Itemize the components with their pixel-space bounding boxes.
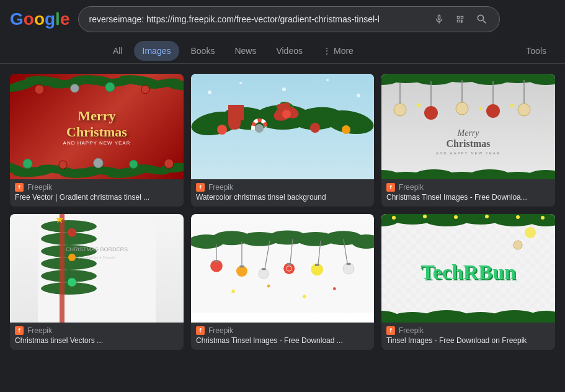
svg-rect-93 <box>381 74 555 179</box>
merry-christmas-gray-svg: ★ ★ ★ Merry Christmas AND HAPPY NEW YEAR <box>381 74 555 179</box>
svg-point-148 <box>525 227 536 238</box>
nav-videos[interactable]: Videos <box>267 41 311 61</box>
svg-point-136 <box>423 215 427 218</box>
freepik-icon-5: f <box>196 326 205 335</box>
caption-5: f Freepik Christmas Tinsel Images - Free… <box>191 323 374 350</box>
google-logo: Google <box>10 9 69 29</box>
image-column-1: MerryChristmas AND HAPPY NEW YEAR f Free… <box>10 74 184 350</box>
image-1: MerryChristmas AND HAPPY NEW YEAR <box>10 74 184 179</box>
svg-text:Merry: Merry <box>457 128 480 138</box>
caption-3: f Freepik Christmas Tinsel Images - Free… <box>381 179 555 207</box>
svg-point-135 <box>392 216 396 220</box>
svg-point-77 <box>259 269 269 278</box>
svg-point-110 <box>518 104 530 116</box>
svg-point-139 <box>516 215 520 219</box>
svg-point-57 <box>282 110 291 118</box>
source-2: f Freepik <box>196 183 369 192</box>
title-3: Christmas Tinsel Images - Free Downloa..… <box>386 193 550 202</box>
svg-point-34 <box>68 254 76 261</box>
search-input: reverseimage: https://img.freepik.com/fr… <box>89 14 427 24</box>
caption-2: f Freepik Watercolor christmas tinsel ba… <box>191 179 374 207</box>
nav-books[interactable]: Books <box>182 41 223 61</box>
svg-rect-75 <box>240 265 244 267</box>
image-card-2[interactable]: f Freepik Watercolor christmas tinsel ba… <box>191 74 374 207</box>
source-5: f Freepik <box>196 326 369 335</box>
title-5: Christmas Tinsel Images - Free Download … <box>196 336 369 345</box>
nav-images[interactable]: Images <box>134 41 180 61</box>
image-card-5[interactable]: f Freepik Christmas Tinsel Images - Free… <box>191 214 374 350</box>
freepik-icon-2: f <box>196 183 205 192</box>
svg-point-18 <box>105 82 115 92</box>
search-button[interactable] <box>474 12 489 27</box>
nav-news[interactable]: News <box>226 41 265 61</box>
image-5 <box>191 214 374 323</box>
image-card-3[interactable]: ★ ★ ★ Merry Christmas AND HAPPY NEW YEAR <box>381 74 555 207</box>
svg-point-40 <box>208 91 211 94</box>
header: Google reverseimage: https://img.freepik… <box>0 0 565 38</box>
svg-point-102 <box>394 104 406 116</box>
svg-text:★: ★ <box>478 105 483 112</box>
title-2: Watercolor christmas tinsel background <box>196 193 369 202</box>
svg-rect-88 <box>347 263 351 265</box>
svg-point-24 <box>164 159 174 168</box>
tinsel-download-svg <box>191 214 374 323</box>
svg-point-19 <box>141 86 149 94</box>
search-bar[interactable]: reverseimage: https://img.freepik.com/fr… <box>78 6 500 32</box>
svg-point-149 <box>514 241 522 249</box>
title-1: Free Vector | Gradient christmas tinsel … <box>15 193 179 202</box>
svg-text:TechRBun: TechRBun <box>420 261 516 283</box>
source-4: f Freepik <box>15 326 179 335</box>
svg-point-59 <box>255 124 264 133</box>
svg-rect-82 <box>287 263 291 265</box>
svg-point-22 <box>94 158 103 167</box>
image-column-3: ★ ★ ★ Merry Christmas AND HAPPY NEW YEAR <box>381 74 555 350</box>
christmas-border-svg: CHRISTMAS BORDERS designed by ● Freepik <box>38 214 156 323</box>
search-icons <box>432 12 489 27</box>
more-dots-icon: ⋮ <box>323 46 331 56</box>
svg-text:Christmas: Christmas <box>446 138 490 149</box>
nav-bar: All Images Books News Videos ⋮ More Tool… <box>0 38 565 64</box>
freepik-icon-6: f <box>386 326 395 335</box>
svg-point-106 <box>456 102 468 115</box>
svg-point-43 <box>326 79 329 81</box>
caption-4: f Freepik Christmas tinsel Vectors ... <box>10 323 184 350</box>
svg-point-42 <box>282 87 286 91</box>
svg-rect-85 <box>315 264 319 266</box>
svg-rect-78 <box>262 268 266 270</box>
svg-point-41 <box>239 82 242 84</box>
svg-point-140 <box>541 216 545 220</box>
svg-point-61 <box>342 125 350 134</box>
freepik-icon-3: f <box>386 183 395 192</box>
caption-1: f Freepik Free Vector | Gradient christm… <box>10 179 184 207</box>
image-2 <box>191 74 374 179</box>
image-3: ★ ★ ★ Merry Christmas AND HAPPY NEW YEAR <box>381 74 555 179</box>
svg-point-21 <box>59 161 67 169</box>
svg-point-108 <box>486 104 500 118</box>
caption-6: f Freepik Tinsel Images - Free Download … <box>381 323 555 350</box>
svg-text:★: ★ <box>416 101 422 110</box>
lens-button[interactable] <box>453 12 467 26</box>
svg-text:CHRISTMAS BORDERS: CHRISTMAS BORDERS <box>66 246 128 252</box>
image-6: TechRBun <box>381 214 555 323</box>
svg-text:★: ★ <box>509 101 515 110</box>
tools-button[interactable]: Tools <box>517 41 555 61</box>
svg-text:AND HAPPY NEW YEAR: AND HAPPY NEW YEAR <box>436 151 500 155</box>
svg-point-104 <box>424 106 438 120</box>
source-3: f Freepik <box>386 183 550 192</box>
image-card-4[interactable]: CHRISTMAS BORDERS designed by ● Freepik … <box>10 214 184 350</box>
source-1: f Freepik <box>15 183 179 192</box>
nav-more[interactable]: ⋮ More <box>314 41 362 61</box>
svg-point-33 <box>68 228 76 237</box>
svg-point-137 <box>454 215 458 219</box>
techrbun-svg: TechRBun <box>381 214 555 323</box>
svg-rect-72 <box>215 261 219 262</box>
image-card-1[interactable]: MerryChristmas AND HAPPY NEW YEAR f Free… <box>10 74 184 207</box>
image-card-6[interactable]: TechRBun f <box>381 214 555 350</box>
freepik-icon-1: f <box>15 183 24 192</box>
nav-all[interactable]: All <box>104 41 131 61</box>
title-4: Christmas tinsel Vectors ... <box>15 336 179 345</box>
svg-point-35 <box>68 278 76 287</box>
microphone-button[interactable] <box>432 12 446 26</box>
svg-point-23 <box>130 160 138 168</box>
title-6: Tinsel Images - Free Download on Freepik <box>386 336 550 345</box>
